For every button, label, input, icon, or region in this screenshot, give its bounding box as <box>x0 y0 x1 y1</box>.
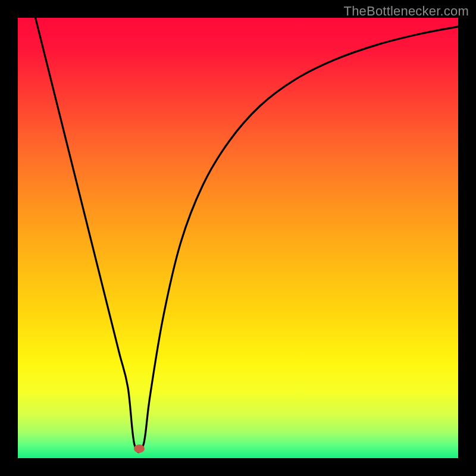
chart-frame: TheBottlenecker.com <box>0 0 476 476</box>
bottleneck-curve <box>18 18 458 458</box>
optimal-point-marker <box>134 444 145 453</box>
attribution-text: TheBottlenecker.com <box>344 4 469 19</box>
plot-area <box>18 18 458 458</box>
